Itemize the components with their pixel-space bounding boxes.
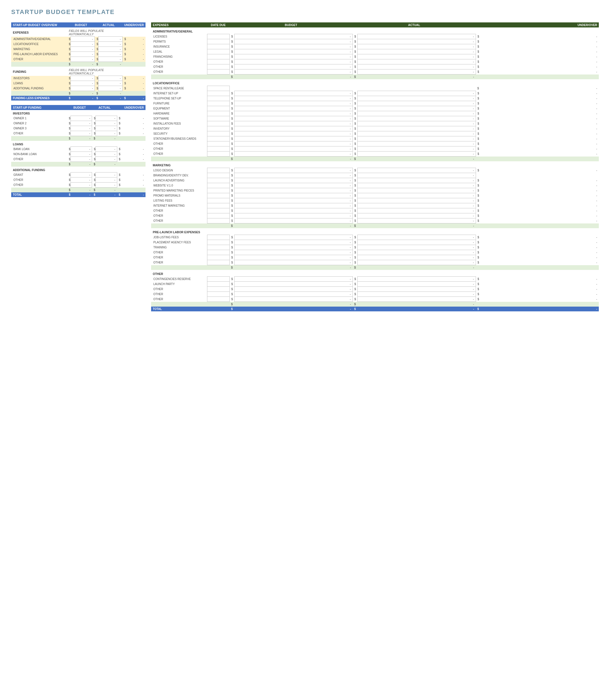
funding-loan-other: OTHER $- $- $- — [11, 157, 145, 162]
funding-header-budget: BUDGET — [67, 105, 92, 110]
funding-owner3: OWNER 3 $- $- $- — [11, 126, 145, 131]
right-section-1: LOCATION/OFFICE — [151, 79, 599, 86]
right-row-2-2: LAUNCH ADVERTISING $- $- $- — [151, 178, 599, 183]
main-layout: START-UP BUDGET OVERVIEW BUDGET ACTUAL U… — [11, 22, 599, 316]
overview-row-location: LOCATION/OFFICE $- $- $- — [11, 42, 145, 47]
funding-header-underover: UNDER/OVER — [117, 105, 145, 110]
right-row-1-0: SPACE RENTAL/LEASE $- — [151, 86, 599, 91]
overview-header-title: START-UP BUDGET OVERVIEW — [11, 22, 67, 28]
overview-row-other: OTHER $- $- $- — [11, 57, 145, 62]
right-subtotal-4: $- $- — [151, 302, 599, 307]
overview-funding-subtotal: $- $- — [11, 91, 145, 96]
expenses-header-title: EXPENSES — [151, 22, 207, 28]
right-row-1-5: HARDWARE $- $- $- — [151, 111, 599, 116]
funding-total-row: TOTAL $- $- $- — [11, 192, 145, 197]
right-row-2-8: OTHER $- $- $- — [151, 208, 599, 213]
right-row-0-1: PERMITS $- $- $- — [151, 39, 599, 44]
right-row-3-4: OTHER $- $- $- — [151, 255, 599, 260]
right-section-0: ADMINISTRATIVE/GENERAL — [151, 28, 599, 34]
right-row-1-4: EQUIPMENT $- $- $- — [151, 106, 599, 111]
right-row-0-5: OTHER $- $- $- — [151, 59, 599, 64]
overview-row-additional: ADDITIONAL FUNDING $- $- $- — [11, 86, 145, 91]
right-row-2-9: OTHER $- $- $- — [151, 213, 599, 218]
right-row-0-4: FRANCHISING $- $- $- — [151, 54, 599, 59]
right-section-2: MARKETING — [151, 161, 599, 168]
right-row-1-2: TELEPHONE SET-UP $- $- $- — [151, 96, 599, 101]
right-row-1-8: INVENTORY $- $- $- — [151, 126, 599, 131]
right-section-4: OTHER — [151, 270, 599, 277]
overview-header-actual: ACTUAL — [95, 22, 123, 28]
right-row-0-6: OTHER $- $- $- — [151, 64, 599, 69]
right-section-3: PRE-LAUNCH LABOR EXPENSES — [151, 228, 599, 235]
right-subtotal-0: $- $- — [151, 75, 599, 79]
overview-funding-label: FUNDING fields will populate automatical… — [11, 67, 145, 76]
overview-expenses-subtotal: $- $- — [11, 62, 145, 67]
right-row-1-12: OTHER $- $- $- — [151, 146, 599, 152]
expenses-table: EXPENSES DATE DUE BUDGET ACTUAL UNDER/OV… — [151, 22, 599, 311]
right-row-2-0: LOGO DESIGN $- $- $- — [151, 168, 599, 173]
right-row-2-5: PROMO MATERIALS $- $- $- — [151, 193, 599, 198]
funding-owner1: OWNER 1 $- $- $- — [11, 116, 145, 121]
right-row-1-7: INSTALLATION FEES $- $- $- — [151, 121, 599, 126]
overview-row-marketing: MARKETING $- $- $- — [11, 47, 145, 52]
funding-loans-subtotal: $- $- — [11, 162, 145, 167]
overview-header-budget: BUDGET — [67, 22, 95, 28]
overview-row-labor: PRE-LAUNCH LABOR EXPENSES $- $- $- — [11, 52, 145, 57]
funding-nonbank-loan: NON-BANK LOAN $- $- $- — [11, 152, 145, 157]
expenses-header-actual: ACTUAL — [353, 22, 476, 28]
overview-funding-less-total: FUNDING LESS EXPENSES $- $- $- — [11, 96, 145, 100]
right-row-1-1: INTERNET SET-UP $- $- $- — [151, 91, 599, 96]
funding-additional-subtotal: $- $- — [11, 188, 145, 193]
funding-additional-other2: OTHER $- $- $- — [11, 183, 145, 188]
funding-investors-label: INVESTORS — [11, 110, 145, 116]
funding-header-actual: ACTUAL — [92, 105, 117, 110]
right-row-2-4: PRINTED MARKETING PIECES $- $- $- — [151, 188, 599, 193]
right-row-3-2: TRAINING $- $- $- — [151, 245, 599, 250]
funding-investor-other: OTHER $- $- $- — [11, 131, 145, 136]
right-row-1-9: SECURITY $- $- $- — [151, 131, 599, 136]
right-row-2-10: OTHER $- $- $- — [151, 218, 599, 223]
page-title: STARTUP BUDGET TEMPLATE — [11, 9, 599, 16]
left-panel: START-UP BUDGET OVERVIEW BUDGET ACTUAL U… — [11, 22, 145, 202]
right-panel: EXPENSES DATE DUE BUDGET ACTUAL UNDER/OV… — [151, 22, 599, 316]
right-row-0-2: INSURANCE $- $- $- — [151, 44, 599, 49]
right-row-2-1: BRANDING/IDENTITY DEV. $- $- — [151, 173, 599, 178]
right-row-4-4: OTHER $- $- $- — [151, 297, 599, 302]
funding-owner2: OWNER 2 $- $- $- — [11, 121, 145, 126]
right-row-1-6: SOFTWARE $- $- $- — [151, 116, 599, 121]
funding-investors-subtotal: $- $- — [11, 136, 145, 141]
overview-row-investors: INVESTORS $- $- $- — [11, 76, 145, 81]
right-row-1-11: OTHER $- $- $- — [151, 141, 599, 146]
right-row-4-1: LAUNCH PARTY $- $- $- — [151, 282, 599, 287]
right-subtotal-3: $- $- — [151, 265, 599, 270]
right-row-1-13: OTHER $- $- $- — [151, 152, 599, 156]
funding-additional-other1: OTHER $- $- $- — [11, 177, 145, 183]
right-total-row: TOTAL $ - $ - $ - — [151, 307, 599, 311]
funding-table: START-UP FUNDING BUDGET ACTUAL UNDER/OVE… — [11, 105, 145, 197]
overview-table: START-UP BUDGET OVERVIEW BUDGET ACTUAL U… — [11, 22, 145, 100]
expenses-header-budget: BUDGET — [229, 22, 353, 28]
right-subtotal-1: $- $- — [151, 156, 599, 161]
right-row-3-5: OTHER $- $- $- — [151, 260, 599, 265]
right-row-1-3: FURNITURE $- $- $- — [151, 101, 599, 106]
right-row-0-7: OTHER $- $- $- — [151, 69, 599, 75]
expenses-header-underover: UNDER/OVER — [476, 22, 599, 28]
overview-row-admin: ADMINISTRATIVE/GENERAL $- $- $- — [11, 37, 145, 42]
funding-grant: GRANT $- $- $- — [11, 172, 145, 177]
right-row-0-0: LICENSES $- $- $- — [151, 34, 599, 39]
right-row-3-1: PLACEMENT AGENCY FEES $- $- $- — [151, 240, 599, 245]
funding-additional-label: ADDITIONAL FUNDING — [11, 167, 145, 172]
right-row-1-10: STATIONERY/BUSINESS CARDS $- $- $- — [151, 136, 599, 141]
overview-row-loans: LOANS $- $- $- — [11, 81, 145, 86]
right-row-4-3: OTHER $- $- $- — [151, 292, 599, 297]
right-row-2-6: LISTING FEES $- $- $- — [151, 198, 599, 203]
right-row-4-2: OTHER $- $- $- — [151, 287, 599, 292]
right-row-3-3: OTHER $- $- $- — [151, 250, 599, 255]
funding-header-title: START-UP FUNDING — [11, 105, 67, 110]
right-row-2-7: INTERNET MARKETING $- $- $- — [151, 203, 599, 208]
overview-expenses-label: EXPENSES fields will populate automatica… — [11, 28, 145, 37]
right-row-4-0: CONTINGENCIES RESERVE $- $- $- — [151, 277, 599, 282]
expenses-header-date: DATE DUE — [207, 22, 229, 28]
right-row-0-3: LEGAL $- $- $- — [151, 49, 599, 54]
funding-loans-label: LOANS — [11, 141, 145, 147]
